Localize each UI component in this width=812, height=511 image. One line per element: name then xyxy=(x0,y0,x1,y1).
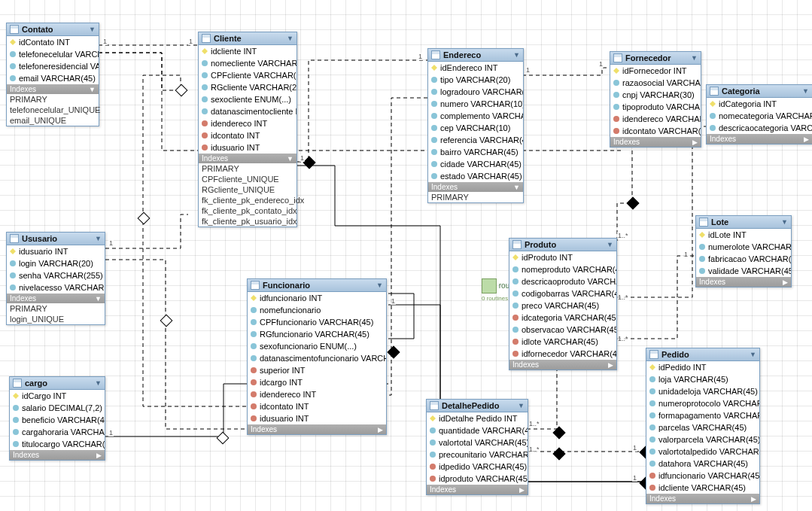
entity-header[interactable]: Categoria▼ xyxy=(707,85,812,98)
entity-cargo[interactable]: cargo▼idCargo INTsalario DECIMAL(7,2)ben… xyxy=(9,376,105,461)
column-row[interactable]: numerolote VARCHAR(45) xyxy=(696,241,791,253)
column-row[interactable]: idcontato VARCHAR(30) xyxy=(610,125,701,137)
entity-header[interactable]: Endereco▼ xyxy=(428,49,523,62)
column-row[interactable]: razaosocial VARCHAR(45) xyxy=(610,77,701,89)
column-row[interactable]: datanascimentofuncionario VARCHAR(45) xyxy=(248,352,386,364)
entity-funcionario[interactable]: Funcionario▼idfuncionario INTnomefuncion… xyxy=(247,278,387,435)
index-item[interactable]: login_UNIQUE xyxy=(7,314,105,324)
column-row[interactable]: idproduto VARCHAR(45) xyxy=(427,473,528,485)
index-item[interactable]: RGcliente_UNIQUE xyxy=(199,184,297,195)
index-item[interactable]: fk_cliente_pk_usuario_idx xyxy=(199,216,297,227)
column-row[interactable]: idfornecedor VARCHAR(45) xyxy=(509,348,616,360)
index-item[interactable]: telefonecelular_UNIQUE xyxy=(7,105,99,115)
entity-contato[interactable]: Contato▼idContato INTtelefonecelular VAR… xyxy=(6,23,99,126)
column-row[interactable]: nomefuncionario xyxy=(248,304,386,316)
column-row[interactable]: codigobarras VARCHAR(45) xyxy=(509,287,616,300)
entity-header[interactable]: Pedido▼ xyxy=(646,348,759,361)
entity-cliente[interactable]: Cliente▼idcliente INTnomecliente VARCHAR… xyxy=(198,32,297,227)
index-item[interactable]: CPFcliente_UNIQUE xyxy=(199,174,297,184)
column-row[interactable]: idcategoria VARCHAR(45) xyxy=(509,312,616,324)
chevron-down-icon[interactable]: ▼ xyxy=(781,218,788,226)
column-row[interactable]: nomecategoria VARCHAR(45) xyxy=(707,110,812,122)
entity-header[interactable]: Fornecedor▼ xyxy=(610,52,701,65)
chevron-down-icon[interactable]: ▼ xyxy=(607,241,613,248)
chevron-down-icon[interactable]: ▼ xyxy=(518,402,525,409)
column-row[interactable]: sexofuncionario ENUM(...) xyxy=(248,340,386,352)
column-row[interactable]: datanascimentocliente DATE xyxy=(199,105,297,117)
entity-header[interactable]: Cliente▼ xyxy=(199,32,297,45)
chevron-down-icon[interactable]: ▼ xyxy=(376,281,383,289)
column-row[interactable]: descricaocategoria VARCHAR(45) xyxy=(707,122,812,134)
index-item[interactable]: PRIMARY xyxy=(7,303,105,314)
column-row[interactable]: RGcliente VARCHAR(20) xyxy=(199,81,297,93)
column-row[interactable]: cidade VARCHAR(45) xyxy=(428,158,523,170)
column-row[interactable]: idcontato INT xyxy=(248,400,386,412)
chevron-down-icon[interactable]: ▼ xyxy=(95,379,102,387)
indexes-bar[interactable]: Indexes▼ xyxy=(7,294,105,303)
column-row[interactable]: RGfuncionario VARCHAR(45) xyxy=(248,328,386,340)
column-row[interactable]: valortotalpedido VARCHAR(45) xyxy=(646,446,759,458)
column-row[interactable]: telefonecelular VARCH... xyxy=(7,48,99,60)
entity-header[interactable]: cargo▼ xyxy=(10,377,105,390)
entity-header[interactable]: Ususario▼ xyxy=(7,233,105,245)
index-item[interactable]: PRIMARY xyxy=(428,192,523,202)
entity-header[interactable]: Contato▼ xyxy=(7,23,99,36)
column-row[interactable]: validade VARCHAR(45) xyxy=(696,265,791,277)
chevron-down-icon[interactable]: ▼ xyxy=(750,351,756,358)
column-row[interactable]: idfuncionario VARCHAR(45) xyxy=(646,470,759,482)
column-row[interactable]: idcliente INT xyxy=(199,45,297,57)
index-item[interactable]: fk_cliente_pk_endereco_idx xyxy=(199,195,297,205)
column-row[interactable]: sexocliente ENUM(...) xyxy=(199,93,297,105)
entity-detalhepedido[interactable]: DetalhePedido▼idDetalhe Pedido INTquanti… xyxy=(426,399,528,495)
indexes-bar[interactable]: Indexes▼ xyxy=(428,182,523,192)
indexes-bar[interactable]: Indexes▼ xyxy=(199,154,297,163)
column-row[interactable]: unidadeloja VARCHAR(45) xyxy=(646,385,759,397)
column-row[interactable]: fabricacao VARCHAR(45) xyxy=(696,253,791,265)
column-row[interactable]: idcargo INT xyxy=(248,376,386,388)
chevron-down-icon[interactable]: ▼ xyxy=(89,26,96,33)
entity-produto[interactable]: Produto▼idProduto INTnomeproduto VARCHAR… xyxy=(509,238,617,370)
chevron-down-icon[interactable]: ▼ xyxy=(95,235,102,242)
column-row[interactable]: precounitario VARCHAR(45) xyxy=(427,449,528,461)
column-row[interactable]: tipo VARCHAR(20) xyxy=(428,74,523,86)
column-row[interactable]: logradouro VARCHAR(5... xyxy=(428,86,523,98)
column-row[interactable]: email VARCHAR(45) xyxy=(7,72,99,84)
column-row[interactable]: idendereco INT xyxy=(199,117,297,129)
column-row[interactable]: idFornecedor INT xyxy=(610,65,701,77)
entity-header[interactable]: Lote▼ xyxy=(696,216,791,229)
column-row[interactable]: idProduto INT xyxy=(509,251,616,263)
column-row[interactable]: salario DECIMAL(7,2) xyxy=(10,402,105,414)
column-row[interactable]: valortotal VARCHAR(45) xyxy=(427,436,528,449)
column-row[interactable]: loja VARCHAR(45) xyxy=(646,373,759,385)
entity-endereco[interactable]: Endereco▼idEndereco INTtipo VARCHAR(20)l… xyxy=(427,48,524,203)
column-row[interactable]: idcliente VARCHAR(45) xyxy=(646,482,759,494)
index-item[interactable]: PRIMARY xyxy=(199,163,297,174)
entity-usuario[interactable]: Ususario▼idusuario INTlogin VARCHAR(20)s… xyxy=(6,232,105,325)
column-row[interactable]: idCategoria INT xyxy=(707,98,812,110)
indexes-bar[interactable]: Indexes▶ xyxy=(509,360,616,370)
chevron-down-icon[interactable]: ▼ xyxy=(287,35,293,42)
chevron-down-icon[interactable]: ▼ xyxy=(802,87,809,95)
entity-fornecedor[interactable]: Fornecedor▼idFornecedor INTrazaosocial V… xyxy=(610,51,701,148)
column-row[interactable]: estado VARCHAR(45) xyxy=(428,170,523,182)
column-row[interactable]: valorparcela VARCHAR(45) xyxy=(646,433,759,446)
column-row[interactable]: idLote INT xyxy=(696,229,791,241)
column-row[interactable]: idusuario INT xyxy=(7,245,105,257)
column-row[interactable]: idCargo INT xyxy=(10,390,105,402)
indexes-bar[interactable]: Indexes▶ xyxy=(610,137,701,147)
column-row[interactable]: idContato INT xyxy=(7,36,99,48)
index-item[interactable]: PRIMARY xyxy=(7,94,99,105)
column-row[interactable]: quantidade VARCHAR(45) xyxy=(427,424,528,436)
column-row[interactable]: cep VARCHAR(10) xyxy=(428,122,523,134)
column-row[interactable]: parcelas VARCHAR(45) xyxy=(646,421,759,433)
column-row[interactable]: CPFfuncionario VARCHAR(45) xyxy=(248,316,386,328)
indexes-bar[interactable]: Indexes▶ xyxy=(707,134,812,144)
column-row[interactable]: cnpj VARCHAR(30) xyxy=(610,89,701,101)
column-row[interactable]: bairro VARCHAR(45) xyxy=(428,146,523,158)
index-item[interactable]: fk_cliente_pk_contato_idx xyxy=(199,205,297,216)
entity-lote[interactable]: Lote▼idLote INTnumerolote VARCHAR(45)fab… xyxy=(695,215,792,287)
indexes-bar[interactable]: Indexes▶ xyxy=(646,494,759,503)
column-row[interactable]: idEndereco INT xyxy=(428,62,523,74)
column-row[interactable]: numeroprotocolo VARCHAR(45) xyxy=(646,397,759,409)
column-row[interactable]: superior INT xyxy=(248,364,386,376)
